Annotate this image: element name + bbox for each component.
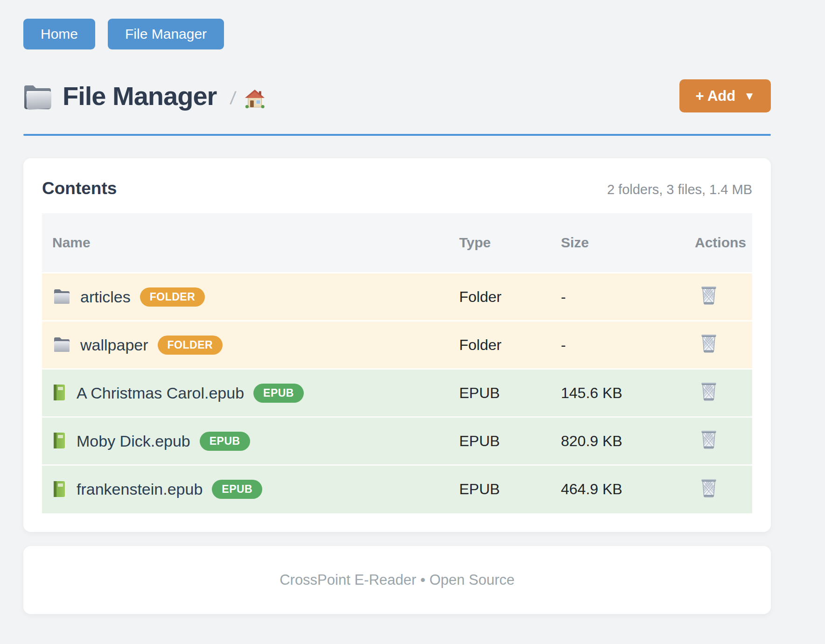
house-icon[interactable]: [236, 84, 266, 109]
contents-title: Contents: [42, 179, 117, 198]
table-header-row: Name Type Size Actions: [42, 213, 752, 273]
delete-button[interactable]: [700, 478, 717, 497]
trash-icon: [700, 429, 717, 449]
item-name-link[interactable]: articles: [80, 288, 131, 306]
table-row: frankenstein.epub EPUB EPUB 464.9 KB: [42, 465, 752, 513]
file-manager-button[interactable]: File Manager: [108, 19, 224, 49]
trash-icon: [700, 381, 717, 401]
table-row: wallpaper FOLDER Folder -: [42, 321, 752, 369]
page-title: File Manager: [63, 81, 217, 111]
top-nav: Home File Manager: [23, 19, 771, 49]
size-cell: 145.6 KB: [551, 369, 685, 417]
trash-icon: [700, 285, 717, 305]
item-name-link[interactable]: frankenstein.epub: [77, 480, 203, 498]
size-cell: -: [551, 321, 685, 369]
table-row: articles FOLDER Folder -: [42, 273, 752, 321]
column-header-actions: Actions: [685, 213, 752, 273]
contents-card-header: Contents 2 folders, 3 files, 1.4 MB: [42, 179, 752, 198]
table-row: Moby Dick.epub EPUB EPUB 820.9 KB: [42, 417, 752, 465]
epub-badge: EPUB: [200, 432, 250, 451]
title-group: File Manager /: [23, 81, 266, 111]
contents-summary: 2 folders, 3 files, 1.4 MB: [607, 182, 752, 197]
contents-card: Contents 2 folders, 3 files, 1.4 MB Name…: [23, 158, 771, 532]
folder-badge: FOLDER: [158, 336, 223, 355]
item-name-link[interactable]: wallpaper: [80, 336, 148, 354]
column-header-type: Type: [449, 213, 551, 273]
type-cell: EPUB: [449, 417, 551, 465]
type-cell: Folder: [449, 273, 551, 321]
file-table: Name Type Size Actions articles FOLDER: [42, 213, 752, 513]
epub-badge: EPUB: [212, 480, 262, 499]
item-name-link[interactable]: Moby Dick.epub: [77, 432, 190, 450]
type-cell: Folder: [449, 321, 551, 369]
page: Home File Manager File Manager / + Add ▼…: [0, 0, 771, 614]
delete-button[interactable]: [700, 381, 717, 401]
header-divider: [23, 134, 771, 136]
delete-button[interactable]: [700, 333, 717, 353]
column-header-name: Name: [42, 213, 449, 273]
table-row: A Christmas Carol.epub EPUB EPUB 145.6 K…: [42, 369, 752, 417]
footer: CrossPoint E-Reader • Open Source: [23, 546, 771, 614]
green-book-icon: [52, 432, 67, 450]
type-cell: EPUB: [449, 465, 551, 513]
size-cell: 464.9 KB: [551, 465, 685, 513]
column-header-size: Size: [551, 213, 685, 273]
epub-badge: EPUB: [253, 384, 304, 403]
size-cell: -: [551, 273, 685, 321]
footer-text: CrossPoint E-Reader • Open Source: [280, 572, 515, 588]
add-button-label: + Add: [695, 89, 735, 103]
green-book-icon: [52, 384, 67, 402]
type-cell: EPUB: [449, 369, 551, 417]
green-book-icon: [52, 481, 67, 498]
delete-button[interactable]: [700, 285, 717, 305]
trash-icon: [700, 478, 717, 497]
folder-icon: [52, 337, 71, 353]
folder-icon: [52, 289, 71, 305]
page-header: File Manager / + Add ▼: [23, 79, 771, 112]
size-cell: 820.9 KB: [551, 417, 685, 465]
home-button[interactable]: Home: [23, 19, 95, 49]
chevron-down-icon: ▼: [744, 91, 755, 102]
trash-icon: [700, 333, 717, 353]
item-name-link[interactable]: A Christmas Carol.epub: [77, 384, 244, 402]
add-button[interactable]: + Add ▼: [679, 79, 771, 112]
open-folder-icon: [23, 83, 53, 110]
delete-button[interactable]: [700, 429, 717, 449]
folder-badge: FOLDER: [140, 287, 205, 307]
